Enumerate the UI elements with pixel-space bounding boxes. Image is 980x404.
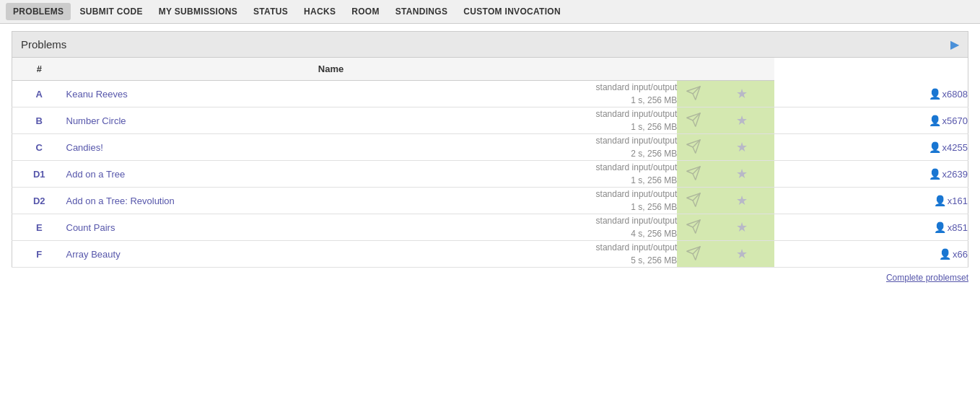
problem-send-cell[interactable] [677,188,709,214]
problem-name-link[interactable]: Add on a Tree: Revolution [66,196,175,206]
problem-name-cell: Count Pairs [66,214,596,241]
problem-io-cell: standard input/output4 s, 256 MB [596,214,678,241]
col-header-solvers [709,58,774,81]
problem-id-link[interactable]: E [36,222,43,233]
person-icon: 👤 [934,195,946,206]
problem-name-cell: Array Beauty [66,241,596,268]
star-icon[interactable]: ★ [736,219,748,235]
table-header-row: # Name [12,58,968,81]
section-title: Problems [21,38,66,50]
problem-id-cell: D2 [12,188,66,214]
person-icon: 👤 [929,115,941,126]
io-line1: standard input/output [596,189,678,199]
problem-send-cell[interactable] [677,161,709,188]
star-icon[interactable]: ★ [736,193,748,208]
solver-count-link[interactable]: x851 [948,222,968,233]
problem-send-cell[interactable] [677,241,709,268]
problem-id-link[interactable]: A [36,89,43,100]
io-line1: standard input/output [596,136,678,146]
nav-problems[interactable]: PROBLEMS [6,3,71,20]
problem-solvers-cell: 👤x4255 [774,134,968,161]
problem-id-cell: A [12,81,66,107]
solver-count-link[interactable]: x6808 [942,89,968,100]
problem-star-cell[interactable]: ★ [709,188,774,214]
problem-id-link[interactable]: D2 [33,196,45,206]
problem-star-cell[interactable]: ★ [709,81,774,107]
problem-id-link[interactable]: F [36,249,42,260]
star-icon[interactable]: ★ [736,113,748,128]
io-line1: standard input/output [596,109,678,119]
io-line2: 5 s, 256 MB [631,255,677,265]
problem-io-cell: standard input/output1 s, 256 MB [596,161,678,188]
star-icon[interactable]: ★ [736,246,748,262]
complete-problemset-link[interactable]: Complete problemset [886,273,968,283]
solver-count-link[interactable]: x161 [948,196,968,206]
problem-id-link[interactable]: C [36,142,43,153]
problem-star-cell[interactable]: ★ [709,134,774,161]
nav-standings[interactable]: STANDINGS [388,3,455,20]
star-icon[interactable]: ★ [736,139,748,155]
top-navigation: PROBLEMS SUBMIT CODE MY SUBMISSIONS STAT… [0,0,980,24]
io-line1: standard input/output [596,242,678,252]
problem-id-cell: E [12,214,66,241]
table-row: AKeanu Reevesstandard input/output1 s, 2… [12,81,968,107]
solver-count-link[interactable]: x66 [953,249,968,260]
solver-count-link[interactable]: x5670 [942,115,968,126]
main-container: Problems ▶ # Name AKeanu Reevesstandard … [0,24,980,294]
io-line2: 4 s, 256 MB [631,229,677,239]
problem-id-cell: B [12,107,66,134]
star-icon[interactable]: ★ [736,166,748,182]
table-row: BNumber Circlestandard input/output1 s, … [12,107,968,134]
problem-star-cell[interactable]: ★ [709,214,774,241]
problem-io-cell: standard input/output1 s, 256 MB [596,81,678,107]
table-row: CCandies!standard input/output2 s, 256 M… [12,134,968,161]
nav-custom-invocation[interactable]: CUSTOM INVOCATION [456,3,568,20]
nav-submit-code[interactable]: SUBMIT CODE [72,3,149,20]
problem-send-cell[interactable] [677,214,709,241]
io-line2: 2 s, 256 MB [631,149,677,159]
nav-my-submissions[interactable]: MY SUBMISSIONS [152,3,245,20]
problem-send-cell[interactable] [677,107,709,134]
problem-io-cell: standard input/output2 s, 256 MB [596,134,678,161]
nav-status[interactable]: STATUS [246,3,295,20]
star-icon[interactable]: ★ [736,86,748,102]
send-icon[interactable] [686,219,701,234]
problem-send-cell[interactable] [677,81,709,107]
problem-name-cell: Add on a Tree: Revolution [66,188,596,214]
problem-name-link[interactable]: Array Beauty [66,249,121,260]
problem-star-cell[interactable]: ★ [709,241,774,268]
problem-name-cell: Candies! [66,134,596,161]
table-row: FArray Beautystandard input/output5 s, 2… [12,241,968,268]
io-line2: 1 s, 256 MB [631,95,677,105]
problem-name-link[interactable]: Number Circle [66,115,126,126]
problem-io-cell: standard input/output1 s, 256 MB [596,107,678,134]
table-row: D2Add on a Tree: Revolutionstandard inpu… [12,188,968,214]
solver-count-link[interactable]: x2639 [942,169,968,180]
send-icon[interactable] [686,165,701,181]
problem-id-link[interactable]: D1 [33,169,45,180]
problem-io-cell: standard input/output5 s, 256 MB [596,241,678,268]
send-icon[interactable] [686,139,701,154]
problem-id-link[interactable]: B [36,115,43,126]
person-icon: 👤 [929,88,941,100]
problem-star-cell[interactable]: ★ [709,107,774,134]
send-icon[interactable] [686,192,701,208]
send-icon[interactable] [686,245,701,261]
problem-name-link[interactable]: Candies! [66,142,103,153]
problem-solvers-cell: 👤x6808 [774,81,968,107]
solver-count-link[interactable]: x4255 [942,142,968,153]
problem-id-cell: C [12,134,66,161]
nav-hacks[interactable]: HACKS [297,3,343,20]
problem-id-cell: F [12,241,66,268]
send-icon[interactable] [686,85,701,101]
nav-room[interactable]: ROOM [344,3,387,20]
problem-solvers-cell: 👤x161 [774,188,968,214]
send-icon[interactable] [686,112,701,128]
problem-star-cell[interactable]: ★ [709,161,774,188]
problem-name-link[interactable]: Count Pairs [66,222,115,233]
problem-name-link[interactable]: Keanu Reeves [66,89,128,100]
footer-row: Complete problemset [12,268,968,287]
table-row: ECount Pairsstandard input/output4 s, 25… [12,214,968,241]
problem-send-cell[interactable] [677,134,709,161]
problem-name-link[interactable]: Add on a Tree [66,169,126,180]
